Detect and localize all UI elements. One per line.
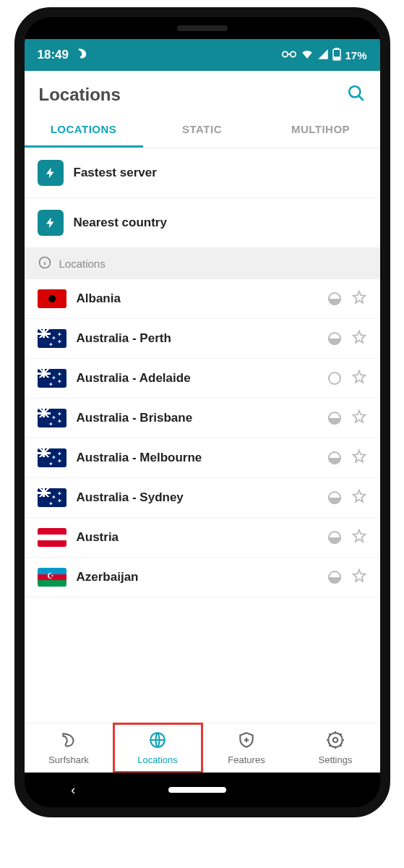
tab-static[interactable]: STATIC [143,113,262,148]
section-label: Locations [59,258,106,270]
favorite-star-icon[interactable] [351,409,367,427]
nav-surfshark[interactable]: Surfshark [25,723,113,773]
location-row[interactable]: Australia - Adelaide [25,359,380,399]
info-icon [38,255,52,272]
favorite-star-icon[interactable] [351,289,367,308]
flag-icon [38,488,66,507]
signal-icon [317,48,329,62]
tabs: LOCATIONSSTATICMULTIHOP [25,113,380,148]
load-indicator-icon [328,372,341,385]
flag-icon [38,369,66,388]
location-name: Australia - Brisbane [77,411,318,425]
bolt-icon [38,160,64,186]
flag-icon [38,409,66,427]
nav-features[interactable]: Features [202,723,291,773]
nav-locations[interactable]: Locations [113,723,202,773]
location-name: Australia - Perth [77,331,318,346]
favorite-star-icon[interactable] [351,528,367,547]
location-name: Azerbaijan [77,570,318,584]
flag-icon [38,448,66,467]
location-row[interactable]: Albania [25,279,380,319]
flag-icon [38,568,66,587]
favorite-star-icon[interactable] [351,488,367,507]
shark-icon [59,731,78,752]
page-title: Locations [39,85,121,105]
wifi-icon [301,48,314,63]
flag-icon [38,289,66,308]
quick-label: Nearest country [74,216,167,230]
surfshark-status-icon [76,47,89,64]
quick-label: Fastest server [74,166,157,180]
location-name: Australia - Melbourne [77,451,318,465]
home-pill[interactable] [168,787,226,793]
svg-rect-4 [335,57,340,59]
flag-icon [38,329,66,348]
battery-icon [332,48,341,63]
location-row[interactable]: Australia - Perth [25,319,380,359]
load-indicator-icon [328,531,341,544]
globe-icon [148,731,167,752]
favorite-star-icon[interactable] [351,329,367,348]
flag-icon [38,528,66,547]
svg-point-0 [283,51,288,56]
location-row[interactable]: Australia - Brisbane [25,399,380,438]
location-row[interactable]: Australia - Sydney [25,478,380,518]
search-icon[interactable] [347,84,366,106]
location-row[interactable]: Azerbaijan [25,558,380,597]
location-name: Australia - Adelaide [77,371,318,386]
tab-locations[interactable]: LOCATIONS [25,113,143,148]
location-name: Austria [77,530,318,545]
favorite-star-icon[interactable] [351,448,367,467]
load-indicator-icon [328,451,341,464]
quick-fastest-server[interactable]: Fastest server [25,148,380,198]
load-indicator-icon [328,292,341,305]
vpn-status-icon [281,49,297,61]
bolt-icon [38,210,64,236]
svg-point-1 [291,51,296,56]
location-row[interactable]: Austria [25,518,380,558]
nav-label: Settings [319,754,353,765]
location-name: Australia - Sydney [77,490,318,505]
nav-settings[interactable]: Settings [291,723,380,773]
status-time: 18:49 [38,48,69,62]
nav-label: Surfshark [48,754,89,765]
back-button[interactable]: ‹ [71,783,75,798]
svg-rect-3 [335,48,338,49]
system-nav: ‹ [25,773,380,807]
nav-label: Locations [137,754,178,765]
favorite-star-icon[interactable] [351,568,367,587]
tab-multihop[interactable]: MULTIHOP [262,113,380,148]
favorite-star-icon[interactable] [351,369,367,388]
location-name: Albania [77,292,318,306]
svg-point-5 [349,86,360,97]
load-indicator-icon [328,412,341,425]
load-indicator-icon [328,491,341,504]
svg-point-8 [333,738,338,743]
gear-icon [326,731,345,752]
quick-nearest-country[interactable]: Nearest country [25,198,380,248]
shield-icon [237,731,256,752]
load-indicator-icon [328,571,341,584]
statusbar: 18:49 17% [25,39,380,71]
location-row[interactable]: Australia - Melbourne [25,438,380,478]
load-indicator-icon [328,332,341,345]
nav-label: Features [228,754,265,765]
battery-percent: 17% [345,49,366,61]
section-header: Locations [25,248,380,279]
